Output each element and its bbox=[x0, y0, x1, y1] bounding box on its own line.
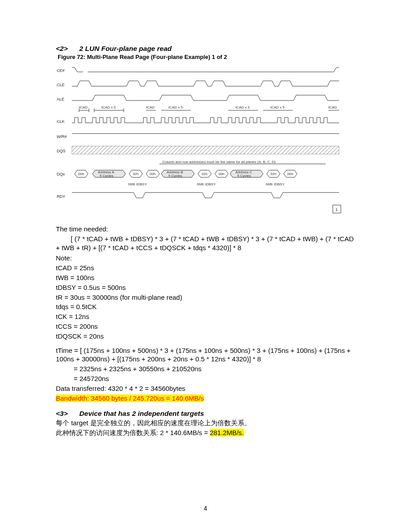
section-3-line2: 此种情况下的访问速度为倍数关系: 2 * 140.6MB/s = 281.2MB… bbox=[56, 428, 357, 437]
tcad-label-2: tCAD bbox=[146, 105, 155, 109]
dqx-2: 32h bbox=[133, 172, 138, 176]
time-needed-label: The time needed: bbox=[56, 225, 357, 234]
tcad-label-0: tCAD bbox=[79, 105, 88, 109]
dqx-0: 00h bbox=[78, 172, 84, 176]
dqx-3: 00h bbox=[150, 172, 155, 176]
note-3: tR = 30us = 30000ns (for multi-plane rea… bbox=[56, 293, 357, 302]
signal-label-ale: ALE bbox=[57, 97, 64, 101]
tcad-label-4: tCAD x 5 bbox=[235, 105, 250, 109]
data-transferred: Data transferred: 4320 * 4 * 2 = 34560by… bbox=[56, 384, 357, 393]
svg-text:5 Cycles: 5 Cycles bbox=[100, 174, 113, 178]
ttime-line3: = 245720ns bbox=[56, 374, 357, 383]
rdy-label-4: tWB bbox=[266, 182, 273, 186]
note-4: tdqs = 0.5tCK bbox=[56, 302, 357, 311]
svg-rect-1 bbox=[72, 146, 339, 154]
tcad-label-3: tCAD x 5 bbox=[168, 105, 183, 109]
note-5: tCK = 12ns bbox=[56, 312, 357, 321]
address-note: Column and row addresses must be the sam… bbox=[162, 160, 276, 164]
signal-label-dqx: DQx bbox=[57, 172, 65, 176]
timing-diagram: CE# CLE ALE bbox=[57, 64, 343, 220]
ttime-line2: = 2325ns + 2325ns + 30550ns + 210520ns bbox=[56, 364, 357, 373]
dqx-6: 00h bbox=[218, 172, 224, 176]
note-label: Note: bbox=[56, 254, 357, 263]
tcad-label-5: tCAD x 5 bbox=[270, 105, 285, 109]
section-3-num: <3> bbox=[56, 410, 68, 417]
rdy-label-2: tWB bbox=[197, 182, 204, 186]
formula-line: [ (7 * tCAD + tWB + tDBSY) * 3 + (7 * tC… bbox=[56, 235, 357, 252]
note-7: tDQSCK = 20ns bbox=[56, 332, 357, 341]
section-3-title: Device that has 2 independent targets bbox=[80, 410, 204, 417]
page-number: 4 bbox=[0, 505, 411, 512]
signal-label-clk: CLK bbox=[57, 119, 65, 124]
signal-label-rdy: RDY bbox=[57, 194, 65, 199]
rdy-label-0: tWB bbox=[128, 182, 135, 186]
bandwidth-line: Bandwidth: 34560 bytes / 245.720us = 140… bbox=[56, 394, 357, 403]
rdy-label-3: tDBSY bbox=[205, 182, 216, 186]
dqx-5: 32h bbox=[201, 172, 207, 176]
section-2-num: <2> bbox=[56, 45, 68, 52]
signal-label-wr: W/R# bbox=[57, 134, 67, 139]
figure-caption: Figure 72: Multi-Plane Read Page (Four-p… bbox=[58, 54, 357, 60]
tcad-label-6: tCAD bbox=[328, 105, 337, 109]
note-6: tCCS = 200ns bbox=[56, 322, 357, 331]
svg-text:5 Cycles: 5 Cycles bbox=[168, 174, 182, 178]
rdy-label-5: tDBSY bbox=[274, 182, 285, 186]
signal-label-cle: CLE bbox=[57, 83, 65, 87]
note-1: tWB = 100ns bbox=[56, 273, 357, 282]
corner-number: 1 bbox=[336, 207, 338, 212]
rdy-label-1: tDBSY bbox=[136, 182, 147, 186]
ttime-line1: tTime = [ (175ns + 100ns + 500ns) * 3 + … bbox=[56, 346, 357, 364]
dqx-9: 00h bbox=[287, 172, 293, 176]
section-2-heading: <2> 2 LUN Four-plane page read bbox=[56, 45, 357, 53]
section-2-title: 2 LUN Four-plane page read bbox=[80, 45, 172, 52]
section-3-heading: <3> Device that has 2 independent target… bbox=[56, 410, 357, 418]
signal-label-ce: CE# bbox=[57, 68, 65, 73]
note-2: tDBSY = 0.5us = 500ns bbox=[56, 283, 357, 292]
signal-label-dqs: DQS bbox=[57, 149, 66, 153]
section-3-line1: 每个 target 是完全独立的，因此相应的速度在理论上为倍数关系。 bbox=[56, 419, 357, 427]
dqx-8: 32h bbox=[270, 172, 276, 176]
svg-text:5 Cycles: 5 Cycles bbox=[237, 174, 251, 178]
note-0: tCAD = 25ns bbox=[56, 264, 357, 272]
tcad-label-1: tCAD x 5 bbox=[101, 105, 116, 109]
